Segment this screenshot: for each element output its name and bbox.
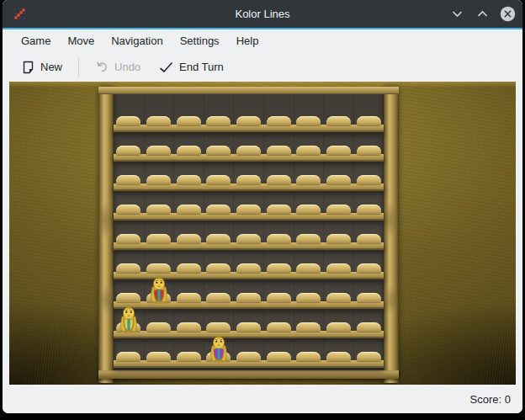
board-cell-r1-c6[interactable] [296, 146, 321, 155]
board-cell-r6-c4[interactable] [236, 293, 261, 302]
board-cell-r3-c6[interactable] [296, 205, 321, 214]
board-cell-r6-c5[interactable] [267, 293, 291, 302]
board-cell-r5-c4[interactable] [236, 263, 261, 273]
board-cell-r4-c5[interactable] [267, 234, 291, 243]
board-cell-r2-c8[interactable] [357, 175, 381, 184]
game-piece-yellow[interactable] [117, 305, 141, 333]
board-cell-r1-c1[interactable] [146, 146, 171, 155]
board-cell-r6-c7[interactable] [326, 293, 351, 302]
board-cell-r4-c2[interactable] [177, 234, 201, 243]
chevron-down-icon [452, 10, 463, 18]
undo-button[interactable]: Undo [88, 56, 148, 77]
board-cell-r8-c5[interactable] [267, 352, 291, 361]
board-cell-r5-c7[interactable] [326, 263, 351, 273]
menu-help[interactable]: Help [228, 32, 268, 50]
menu-game[interactable]: Game [13, 32, 59, 50]
board-cell-r0-c5[interactable] [267, 116, 291, 125]
board-cell-r5-c2[interactable] [177, 263, 201, 273]
board-cell-r8-c7[interactable] [326, 352, 351, 361]
board-cell-r2-c3[interactable] [206, 175, 231, 184]
board-cell-r4-c1[interactable] [146, 234, 171, 243]
board-cell-r7-c2[interactable] [177, 322, 201, 332]
board-cell-r1-c4[interactable] [236, 146, 261, 155]
board-cell-r0-c1[interactable] [146, 116, 171, 125]
board-cell-r6-c6[interactable] [296, 293, 321, 302]
board-cell-r3-c2[interactable] [177, 205, 201, 214]
board-cell-r3-c4[interactable] [236, 205, 261, 214]
board-cell-r6-c8[interactable] [357, 293, 381, 302]
menubar: Game Move Navigation Settings Help [3, 29, 522, 52]
board-cell-r8-c6[interactable] [296, 352, 321, 361]
board-cell-r4-c3[interactable] [206, 234, 231, 243]
board-cell-r0-c8[interactable] [357, 116, 381, 125]
shelf-row-2 [114, 183, 384, 191]
board-cell-r2-c0[interactable] [116, 175, 141, 184]
board-cell-r4-c4[interactable] [236, 234, 261, 243]
close-button[interactable] [499, 6, 516, 23]
new-game-button[interactable]: New [14, 56, 70, 78]
board-cell-r5-c6[interactable] [296, 263, 321, 273]
board-cell-r7-c1[interactable] [146, 322, 171, 332]
board-cell-r4-c6[interactable] [296, 234, 321, 243]
board-right-post [384, 87, 399, 383]
board-cell-r0-c3[interactable] [206, 116, 231, 125]
board-cell-r8-c2[interactable] [177, 352, 201, 361]
board-cell-r3-c0[interactable] [116, 205, 141, 214]
board-cell-r1-c0[interactable] [116, 146, 141, 155]
board-cell-r0-c4[interactable] [236, 116, 261, 125]
board-cell-r0-c2[interactable] [177, 116, 201, 125]
chevron-up-icon [477, 10, 488, 18]
board-cell-r2-c5[interactable] [267, 175, 291, 184]
board-cell-r2-c1[interactable] [146, 175, 171, 184]
board-cell-r2-c6[interactable] [296, 175, 321, 184]
board-cell-r6-c0[interactable] [116, 293, 141, 302]
board-cell-r0-c7[interactable] [326, 116, 351, 125]
board-cell-r5-c0[interactable] [116, 263, 141, 273]
board-cell-r5-c5[interactable] [267, 263, 291, 273]
undo-label: Undo [114, 61, 141, 73]
board-cell-r5-c8[interactable] [357, 263, 381, 273]
board-cell-r3-c8[interactable] [357, 205, 381, 214]
board-cell-r6-c2[interactable] [177, 293, 201, 302]
board-cell-r4-c8[interactable] [357, 234, 381, 243]
board-cell-r1-c8[interactable] [357, 146, 381, 155]
titlebar[interactable]: Kolor Lines [3, 0, 522, 28]
board-cell-r7-c3[interactable] [206, 322, 231, 332]
board-cell-r1-c3[interactable] [206, 146, 231, 155]
board-cell-r6-c3[interactable] [206, 293, 231, 302]
game-piece-red[interactable] [147, 275, 171, 304]
board-cell-r8-c8[interactable] [357, 352, 381, 361]
board-cell-r1-c2[interactable] [177, 146, 201, 155]
window-controls [448, 6, 516, 23]
minimize-button[interactable] [448, 6, 465, 23]
board-cell-r3-c1[interactable] [146, 205, 171, 214]
menu-move[interactable]: Move [59, 32, 103, 50]
board-cell-r2-c4[interactable] [236, 175, 261, 184]
board-cell-r0-c6[interactable] [296, 116, 321, 125]
board-cell-r1-c5[interactable] [267, 146, 291, 155]
board-cell-r7-c5[interactable] [267, 322, 291, 332]
board-cell-r7-c8[interactable] [357, 322, 381, 332]
menu-settings[interactable]: Settings [172, 32, 228, 50]
end-turn-button[interactable]: End Turn [151, 56, 231, 77]
board-cell-r7-c6[interactable] [296, 322, 321, 332]
board-cell-r7-c7[interactable] [326, 322, 351, 332]
menu-navigation[interactable]: Navigation [103, 32, 171, 50]
board-cell-r1-c7[interactable] [326, 146, 351, 155]
board-cell-r0-c0[interactable] [116, 116, 141, 125]
board-cell-r3-c5[interactable] [267, 205, 291, 214]
maximize-button[interactable] [474, 6, 491, 23]
game-piece-purple[interactable] [207, 334, 231, 363]
board-cell-r3-c3[interactable] [206, 205, 231, 214]
board-cell-r5-c3[interactable] [206, 263, 231, 273]
board-cell-r2-c7[interactable] [326, 175, 351, 184]
board-cell-r8-c1[interactable] [146, 352, 171, 361]
board-cell-r3-c7[interactable] [326, 205, 351, 214]
board-cell-r8-c0[interactable] [116, 352, 141, 361]
board-cell-r2-c2[interactable] [177, 175, 201, 184]
board-cell-r5-c1[interactable] [146, 263, 171, 273]
board-cell-r8-c4[interactable] [236, 352, 261, 361]
board-cell-r4-c7[interactable] [326, 234, 351, 243]
board-cell-r4-c0[interactable] [116, 234, 141, 243]
board-cell-r7-c4[interactable] [236, 322, 261, 332]
